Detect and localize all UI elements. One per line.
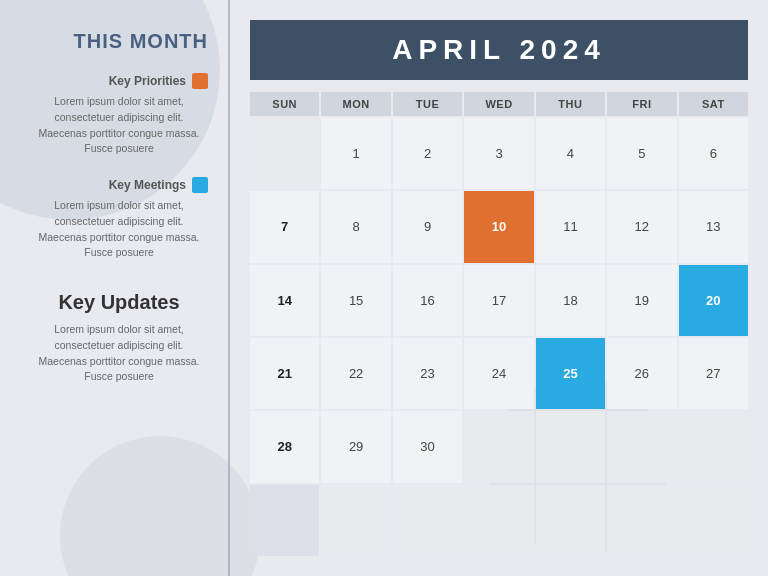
month-header: APRIL 2024 <box>250 20 748 80</box>
week-row-0: 123456 <box>250 118 748 189</box>
day-header-sat: SAT <box>679 92 748 116</box>
day-cell[interactable]: 13 <box>679 191 748 262</box>
day-cell[interactable]: 29 <box>321 411 390 482</box>
updates-title: Key Updates <box>30 291 208 314</box>
day-cell[interactable] <box>536 411 605 482</box>
day-cell[interactable] <box>536 485 605 556</box>
priorities-section: Key Priorities Lorem ipsum dolor sit ame… <box>30 73 208 157</box>
day-header-thu: THU <box>536 92 605 116</box>
day-cell[interactable]: 20 <box>679 265 748 336</box>
priorities-label: Key Priorities <box>109 74 186 88</box>
priorities-color-box <box>192 73 208 89</box>
main-container: THIS MONTH Key Priorities Lorem ipsum do… <box>0 0 768 576</box>
day-header-wed: WED <box>464 92 533 116</box>
week-row-4: 282930 <box>250 411 748 482</box>
day-cell[interactable]: 9 <box>393 191 462 262</box>
meetings-section: Key Meetings Lorem ipsum dolor sit amet,… <box>30 177 208 261</box>
day-cell[interactable]: 12 <box>607 191 676 262</box>
day-cell[interactable]: 17 <box>464 265 533 336</box>
updates-section: Key Updates Lorem ipsum dolor sit amet, … <box>30 281 208 385</box>
week-row-5 <box>250 485 748 556</box>
day-cell[interactable]: 27 <box>679 338 748 409</box>
day-cell[interactable]: 19 <box>607 265 676 336</box>
day-cell[interactable]: 22 <box>321 338 390 409</box>
day-cell[interactable]: 28 <box>250 411 319 482</box>
meetings-description: Lorem ipsum dolor sit amet, consectetuer… <box>30 198 208 261</box>
day-header-fri: FRI <box>607 92 676 116</box>
day-cell[interactable]: 2 <box>393 118 462 189</box>
priorities-label-row: Key Priorities <box>30 73 208 89</box>
day-cell[interactable]: 8 <box>321 191 390 262</box>
day-cell[interactable]: 24 <box>464 338 533 409</box>
day-cell[interactable] <box>321 485 390 556</box>
day-cell[interactable]: 14 <box>250 265 319 336</box>
calendar-grid: SUNMONTUEWEDTHUFRISAT 123456789101112131… <box>250 92 748 556</box>
day-cell[interactable] <box>250 485 319 556</box>
day-cell[interactable]: 25 <box>536 338 605 409</box>
week-row-2: 14151617181920 <box>250 265 748 336</box>
day-cell[interactable]: 1 <box>321 118 390 189</box>
day-header-mon: MON <box>321 92 390 116</box>
day-cell[interactable] <box>607 485 676 556</box>
day-cell[interactable]: 26 <box>607 338 676 409</box>
meetings-label: Key Meetings <box>109 178 186 192</box>
week-row-1: 78910111213 <box>250 191 748 262</box>
day-cell[interactable]: 10 <box>464 191 533 262</box>
day-cell[interactable]: 4 <box>536 118 605 189</box>
sidebar: THIS MONTH Key Priorities Lorem ipsum do… <box>0 0 230 576</box>
day-cell[interactable]: 30 <box>393 411 462 482</box>
day-cell[interactable]: 5 <box>607 118 676 189</box>
day-headers-row: SUNMONTUEWEDTHUFRISAT <box>250 92 748 116</box>
day-cell[interactable]: 15 <box>321 265 390 336</box>
day-header-sun: SUN <box>250 92 319 116</box>
day-cell[interactable] <box>679 411 748 482</box>
day-cell[interactable] <box>250 118 319 189</box>
day-cell[interactable]: 18 <box>536 265 605 336</box>
this-month-title: THIS MONTH <box>30 30 208 53</box>
day-header-tue: TUE <box>393 92 462 116</box>
day-cell[interactable]: 16 <box>393 265 462 336</box>
week-row-3: 21222324252627 <box>250 338 748 409</box>
updates-description: Lorem ipsum dolor sit amet, consectetuer… <box>30 322 208 385</box>
day-cell[interactable] <box>679 485 748 556</box>
priorities-description: Lorem ipsum dolor sit amet, consectetuer… <box>30 94 208 157</box>
day-cell[interactable]: 11 <box>536 191 605 262</box>
calendar-weeks: 1234567891011121314151617181920212223242… <box>250 118 748 556</box>
day-cell[interactable] <box>464 411 533 482</box>
day-cell[interactable]: 7 <box>250 191 319 262</box>
meetings-label-row: Key Meetings <box>30 177 208 193</box>
day-cell[interactable] <box>464 485 533 556</box>
day-cell[interactable]: 3 <box>464 118 533 189</box>
meetings-color-box <box>192 177 208 193</box>
day-cell[interactable] <box>607 411 676 482</box>
day-cell[interactable] <box>393 485 462 556</box>
day-cell[interactable]: 21 <box>250 338 319 409</box>
day-cell[interactable]: 6 <box>679 118 748 189</box>
day-cell[interactable]: 23 <box>393 338 462 409</box>
calendar-area: APRIL 2024 SUNMONTUEWEDTHUFRISAT 1234567… <box>230 0 768 576</box>
